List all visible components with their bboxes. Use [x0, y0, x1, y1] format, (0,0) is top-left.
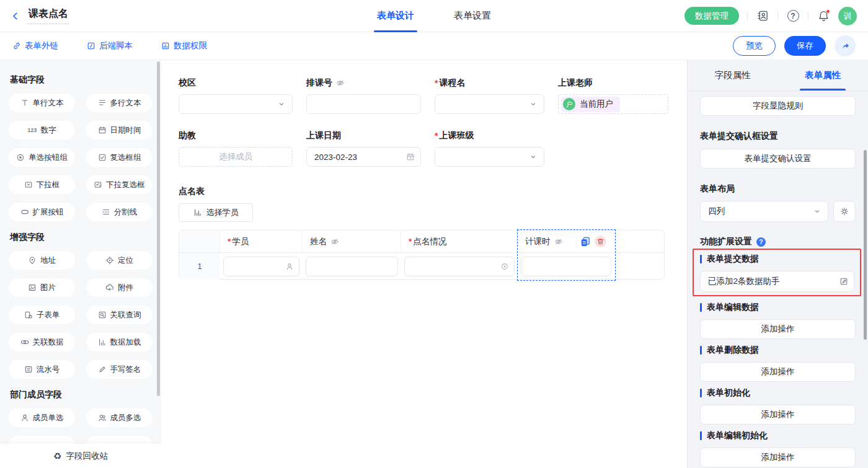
- field-item-location[interactable]: 定位: [86, 251, 153, 270]
- delete-column-button[interactable]: [595, 236, 606, 247]
- data-permission-label: 数据权限: [174, 40, 207, 51]
- highlighted-submit-data-section: 表单提交数据 已添加2条数据助手: [693, 249, 861, 296]
- subtable-header-name[interactable]: 姓名: [303, 231, 401, 253]
- teacher-member-box[interactable]: 户 当前用户: [558, 94, 668, 114]
- back-button[interactable]: [11, 12, 20, 20]
- section-bar: [700, 389, 702, 397]
- field-item-select[interactable]: 下拉框: [9, 175, 75, 194]
- address-book-button[interactable]: [756, 9, 769, 23]
- field-item-extend-button[interactable]: 扩展按钮: [9, 203, 75, 221]
- empty-cell: [558, 130, 668, 167]
- member-avatar-icon: 户: [563, 98, 575, 110]
- submit-data-title: 表单提交数据: [700, 254, 854, 265]
- linked-query-icon: [98, 311, 107, 319]
- tab-form-design[interactable]: 表单设计: [377, 0, 414, 32]
- field-class-group[interactable]: *上课班级: [435, 130, 544, 167]
- help-question-icon[interactable]: ?: [756, 237, 766, 247]
- form-init-add-button[interactable]: 添加操作: [700, 405, 856, 425]
- form-canvas: 校区 排课号 *课程名: [161, 60, 687, 468]
- backend-script-button[interactable]: 后端脚本: [87, 40, 133, 51]
- hours-input[interactable]: [521, 257, 611, 276]
- field-schedule-no[interactable]: 排课号: [306, 77, 421, 114]
- layout-value: 四列: [708, 206, 725, 217]
- field-item-data-load[interactable]: 数据加载: [86, 333, 153, 351]
- layout-select[interactable]: 四列: [700, 201, 828, 222]
- share-button[interactable]: [835, 35, 856, 56]
- app-header: 课表点名 表单设计 表单设置 数据管理 ? 训: [0, 0, 868, 32]
- delete-data-add-button[interactable]: 添加操作: [700, 362, 856, 382]
- panel-scrollbar[interactable]: [864, 150, 867, 340]
- recycle-label: 字段回收站: [66, 451, 108, 462]
- eye-off-icon: [330, 237, 339, 246]
- copy-column-button[interactable]: [579, 236, 591, 247]
- field-item-divider[interactable]: 分割线: [86, 203, 153, 221]
- field-teacher[interactable]: 上课老师 户 当前用户: [558, 77, 668, 114]
- delete-data-section: 表单删除数据 添加操作: [700, 345, 856, 382]
- help-icon: ?: [787, 10, 799, 22]
- field-item-image[interactable]: 图片: [9, 278, 75, 297]
- header-tabs: 表单设计 表单设置: [377, 0, 491, 32]
- subtable-header-rollcall[interactable]: *点名情况: [401, 231, 518, 253]
- submit-data-value-field[interactable]: 已添加2条数据助手: [700, 271, 854, 292]
- field-item-number[interactable]: 123 数字: [9, 121, 75, 139]
- form-title[interactable]: 课表点名: [27, 7, 69, 24]
- field-campus[interactable]: 校区: [179, 77, 293, 114]
- field-item-linked-data[interactable]: 关联数据: [9, 333, 75, 351]
- campus-select[interactable]: [179, 94, 293, 114]
- field-class-date[interactable]: 上课日期 2023-02-23: [306, 130, 421, 167]
- class-group-select[interactable]: [435, 147, 544, 167]
- course-select[interactable]: [435, 94, 544, 114]
- back-chevron-icon: [11, 12, 20, 20]
- edit-data-add-button[interactable]: 添加操作: [700, 319, 856, 339]
- field-label: 校区: [179, 77, 293, 89]
- tab-form-settings[interactable]: 表单设置: [454, 0, 491, 32]
- field-item-signature[interactable]: 手写签名: [86, 360, 153, 379]
- field-item-serial-number[interactable]: 流水号: [9, 360, 75, 379]
- field-item-subform[interactable]: 子表单: [9, 306, 75, 324]
- field-item-attachment[interactable]: 附件: [86, 278, 153, 297]
- field-item-member-multi[interactable]: 成员多选: [86, 408, 153, 427]
- rollcall-select-input[interactable]: [404, 257, 515, 276]
- name-input[interactable]: [306, 257, 398, 276]
- radio-icon: [500, 262, 509, 271]
- function-extension-header: 功能扩展设置 ?: [700, 236, 856, 247]
- class-date-input[interactable]: 2023-02-23: [306, 147, 421, 167]
- field-item-checkbox-group[interactable]: 复选框组: [86, 148, 153, 167]
- sidebar-scrollbar[interactable]: [157, 61, 160, 396]
- cloud-upload-icon: [105, 283, 114, 292]
- chevron-down-icon: [529, 100, 538, 108]
- field-item-single-text[interactable]: 单行文本: [9, 94, 75, 112]
- pick-students-button[interactable]: 选择学员: [179, 203, 253, 222]
- field-course[interactable]: *课程名: [435, 77, 544, 114]
- person-icon: [20, 413, 29, 422]
- preview-button[interactable]: 预览: [733, 36, 776, 56]
- field-item-linked-query[interactable]: 关联查询: [86, 306, 153, 324]
- user-avatar[interactable]: 训: [838, 7, 857, 25]
- help-button[interactable]: ?: [786, 9, 800, 23]
- edit-init-add-button[interactable]: 添加操作: [700, 448, 856, 467]
- data-permission-button[interactable]: 数据权限: [161, 40, 207, 51]
- tab-form-properties[interactable]: 表单属性: [778, 60, 868, 91]
- field-item-member-single[interactable]: 成员单选: [9, 408, 75, 427]
- field-item-multi-text[interactable]: 多行文本: [86, 94, 153, 112]
- external-link-button[interactable]: 表单外链: [12, 40, 58, 51]
- schedule-no-input[interactable]: [306, 94, 421, 114]
- field-assistant[interactable]: 助教 选择成员: [179, 130, 293, 167]
- notification-button[interactable]: [817, 9, 830, 23]
- form-init-title: 表单初始化: [700, 387, 856, 399]
- layout-settings-button[interactable]: [833, 201, 856, 222]
- field-visibility-rules-button[interactable]: 字段显隐规则: [700, 96, 856, 116]
- field-item-address[interactable]: 地址: [9, 251, 75, 270]
- field-item-datetime[interactable]: 日期时间: [86, 121, 153, 139]
- tab-field-properties[interactable]: 字段属性: [688, 60, 778, 91]
- save-button[interactable]: 保存: [784, 36, 826, 56]
- subtable-header-student[interactable]: *学员: [220, 231, 303, 253]
- submit-confirm-settings-button[interactable]: 表单提交确认设置: [700, 149, 856, 169]
- student-picker-input[interactable]: [223, 257, 299, 276]
- field-recycle-bin[interactable]: ♻ 字段回收站: [0, 444, 161, 468]
- data-manage-button[interactable]: 数据管理: [684, 7, 739, 25]
- assistant-member-picker[interactable]: 选择成员: [179, 147, 293, 167]
- field-item-radio-group[interactable]: 单选按钮组: [9, 148, 75, 167]
- field-item-multi-select[interactable]: 下拉复选框: [86, 175, 153, 194]
- subtable-header-hours[interactable]: 计课时: [518, 231, 614, 253]
